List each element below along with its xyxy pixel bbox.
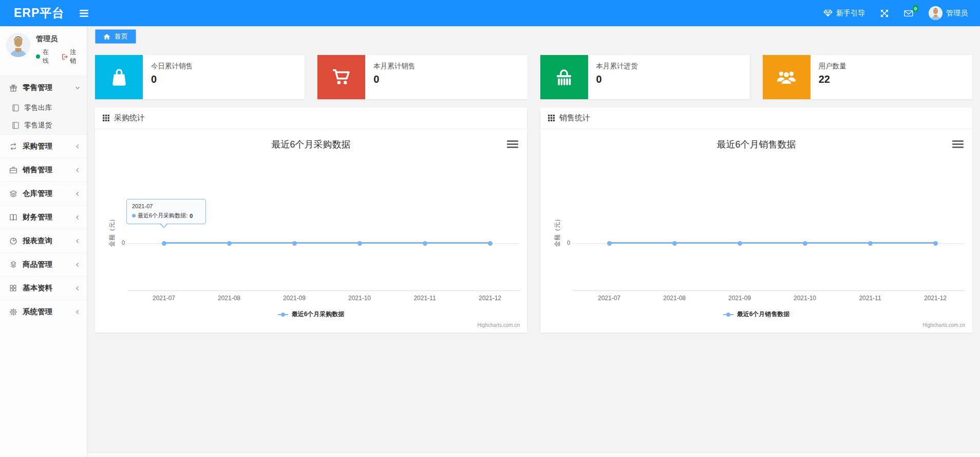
- guide-button[interactable]: 新手引导: [823, 9, 865, 18]
- data-point[interactable]: [357, 241, 362, 246]
- sidebar-toggle-button[interactable]: [80, 10, 88, 17]
- messages-button[interactable]: 0: [904, 10, 913, 17]
- shopping-bag-icon: [95, 55, 143, 99]
- sidebar-item-sales[interactable]: 销售管理: [0, 158, 87, 181]
- chart-tooltip: 2021-07 最近6个月采购数据: 0: [126, 199, 206, 224]
- fullscreen-button[interactable]: [880, 9, 889, 17]
- stat-card-month-sales[interactable]: 本月累计销售 0: [317, 55, 527, 99]
- box-icon: [9, 261, 17, 269]
- sidebar-item-warehouse[interactable]: 仓库管理: [0, 181, 87, 205]
- stat-card-user-count[interactable]: 用户数量 22: [763, 55, 972, 99]
- sidebar-item-basic-data[interactable]: 基本资料: [0, 276, 87, 300]
- data-point[interactable]: [803, 241, 807, 246]
- legend-item[interactable]: 最近6个月销售数据: [540, 310, 972, 319]
- sidebar-item-system[interactable]: 系统管理: [0, 300, 87, 323]
- data-point[interactable]: [607, 241, 612, 246]
- legend-item[interactable]: 最近6个月采购数据: [95, 310, 527, 319]
- envelope-icon: [904, 10, 913, 17]
- basket-icon: [540, 55, 588, 99]
- repeat-icon: [9, 142, 17, 151]
- legend-line-marker: [278, 312, 288, 317]
- sidebar-item-label: 财务管理: [23, 212, 52, 222]
- data-point[interactable]: [292, 241, 297, 246]
- x-axis-label: 2021-08: [651, 295, 698, 302]
- online-status-label: 在线: [43, 48, 54, 65]
- pie-chart-icon: [9, 237, 17, 245]
- home-icon: [103, 33, 110, 40]
- sidebar-user-meta: 管理员 在线 注销: [36, 33, 82, 65]
- highcharts-credit[interactable]: Highcharts.com.cn: [477, 322, 520, 328]
- sidebar-item-retail-outbound[interactable]: 零售出库: [0, 99, 87, 117]
- data-point[interactable]: [162, 241, 166, 246]
- tooltip-value: 0: [190, 213, 193, 219]
- journal-icon: [11, 122, 20, 129]
- sidebar-item-retail-return[interactable]: 零售退货: [0, 117, 87, 134]
- sidebar-item-label: 零售管理: [23, 83, 52, 93]
- chart-context-menu-button[interactable]: [507, 140, 518, 148]
- avatar: [6, 33, 30, 57]
- breadcrumb-home-tab[interactable]: 首页: [95, 29, 136, 44]
- sidebar-menu: 零售管理 零售出库 零售退货: [0, 76, 87, 323]
- mail-count-badge: 0: [913, 5, 918, 12]
- card-title: 今日累计销售: [151, 62, 193, 71]
- data-point[interactable]: [672, 241, 677, 246]
- gift-icon: [9, 84, 17, 92]
- sidebar-item-purchase[interactable]: 采购管理: [0, 134, 87, 158]
- sidebar-item-reports[interactable]: 报表查询: [0, 229, 87, 252]
- y-axis-tick-label: 0: [95, 240, 125, 246]
- purchase-chart: 最近6个月采购数据 金额（元） 0 2021-07 2021-08 2021-0…: [95, 129, 527, 332]
- th-grid-icon: [548, 115, 555, 121]
- x-axis-label: 2021-12: [467, 295, 513, 302]
- card-title: 本月累计进货: [596, 62, 638, 71]
- sidebar-user-name: 管理员: [36, 34, 82, 44]
- sidebar-item-label: 仓库管理: [23, 189, 52, 198]
- logout-link[interactable]: 注销: [61, 48, 82, 65]
- chart-context-menu-button[interactable]: [952, 140, 964, 148]
- data-point[interactable]: [868, 241, 873, 246]
- gem-icon: [823, 9, 833, 17]
- chevron-down-icon: [75, 85, 80, 90]
- sidebar-item-retail[interactable]: 零售管理: [0, 76, 87, 99]
- chevron-left-icon: [75, 144, 80, 149]
- navbar-user-name: 管理员: [946, 9, 968, 18]
- x-axis-label: 2021-10: [782, 295, 828, 302]
- card-value: 0: [373, 74, 415, 85]
- legend-line-marker: [723, 312, 733, 317]
- x-axis-label: 2021-12: [912, 295, 958, 302]
- stat-card-today-sales[interactable]: 今日累计销售 0: [95, 55, 305, 99]
- x-axis-label: 2021-11: [402, 295, 448, 302]
- data-point[interactable]: [933, 241, 938, 246]
- sales-chart: 最近6个月销售数据 金额（元） 0 2021-07 2021-08 2021-0…: [540, 129, 972, 332]
- data-point[interactable]: [423, 241, 427, 246]
- panel-title: 销售统计: [559, 113, 590, 123]
- series-dot-icon: [132, 214, 136, 217]
- sidebar-item-finance[interactable]: 财务管理: [0, 205, 87, 229]
- card-value: 0: [596, 74, 638, 85]
- navbar-right: 新手引导 0 管理员: [808, 6, 968, 20]
- app-logo[interactable]: ERP平台: [14, 5, 64, 21]
- navbar-user-menu[interactable]: 管理员: [929, 6, 968, 20]
- chart-title: 最近6个月销售数据: [540, 138, 972, 151]
- x-axis-line: [573, 290, 965, 291]
- data-point[interactable]: [738, 241, 742, 246]
- data-point[interactable]: [488, 241, 493, 246]
- x-axis-label: 2021-10: [336, 295, 383, 302]
- highcharts-credit[interactable]: Highcharts.com.cn: [922, 322, 965, 328]
- chevron-left-icon: [75, 286, 80, 291]
- sidebar: 管理员 在线 注销 零售管理: [0, 26, 87, 457]
- guide-label: 新手引导: [836, 9, 865, 18]
- sidebar-item-goods[interactable]: 商品管理: [0, 252, 87, 276]
- menu-group-retail: 零售管理 零售出库 零售退货: [0, 76, 87, 134]
- card-title: 本月累计销售: [373, 62, 415, 71]
- expand-arrows-icon: [880, 9, 889, 17]
- avatar: [929, 6, 943, 20]
- open-book-icon: [9, 213, 17, 221]
- data-point[interactable]: [227, 241, 232, 246]
- card-title: 用户数量: [819, 62, 846, 71]
- x-axis-line: [128, 290, 519, 291]
- cart-icon: [317, 55, 365, 99]
- sidebar-item-label: 零售退货: [24, 121, 52, 130]
- stat-card-month-purchase[interactable]: 本月累计进货 0: [540, 55, 750, 99]
- hamburger-icon: [80, 10, 88, 17]
- series-line: [164, 242, 490, 244]
